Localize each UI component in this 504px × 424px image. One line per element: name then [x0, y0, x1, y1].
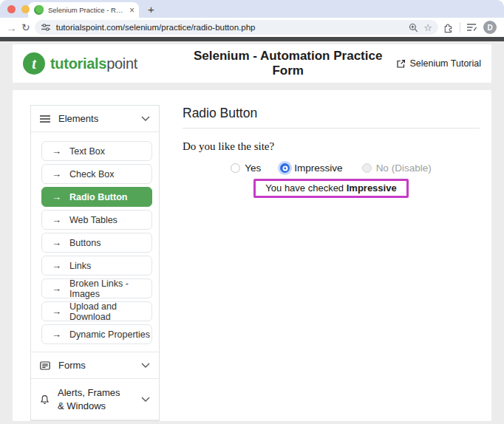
extensions-icon[interactable]: [443, 22, 454, 33]
sidebar-item-check-box[interactable]: →Check Box: [41, 164, 152, 184]
result-message-row: You have checked Impressive: [183, 179, 480, 198]
radio-group: Yes Impressive No (Disable): [183, 163, 480, 174]
chevron-down-icon: [141, 397, 150, 402]
browser-tab[interactable]: t Selenium Practice - Radio Bu ×: [28, 2, 139, 18]
traffic-lights: [7, 5, 44, 13]
sidebar: Elements →Text Box →Check Box →Radio But…: [30, 105, 160, 421]
sidebar-item-buttons[interactable]: →Buttons: [41, 233, 152, 253]
side-panel-icon[interactable]: [466, 23, 477, 32]
bookmark-star-icon[interactable]: ☆: [423, 23, 432, 33]
sidebar-item-links[interactable]: →Links: [41, 256, 152, 276]
forward-icon[interactable]: →: [6, 22, 17, 33]
hamburger-icon: [40, 114, 50, 123]
browser-toolbar: → ↻ tutorialspoint.com/selenium/practice…: [0, 18, 504, 37]
sidebar-section-forms[interactable]: Forms: [31, 352, 159, 378]
arrow-right-icon: →: [52, 260, 61, 271]
site-header: t tutorialspoint Selenium - Automation P…: [13, 44, 491, 83]
arrow-right-icon: →: [52, 191, 61, 202]
radio-option-impressive[interactable]: Impressive: [280, 163, 342, 174]
minimize-window-button[interactable]: [21, 5, 30, 13]
content-heading: Radio Button: [183, 106, 480, 121]
sidebar-item-radio-button[interactable]: →Radio Button: [41, 187, 152, 207]
selenium-tutorial-label: Selenium Tutorial: [409, 58, 481, 69]
arrow-right-icon: →: [52, 168, 61, 179]
web-page: t tutorialspoint Selenium - Automation P…: [0, 41, 504, 421]
toolbar-right: D: [443, 21, 498, 34]
profile-avatar[interactable]: D: [483, 21, 497, 34]
main-panel: Elements →Text Box →Check Box →Radio But…: [13, 90, 491, 421]
arrow-right-icon: →: [52, 214, 61, 225]
bell-icon: [40, 394, 50, 405]
sidebar-item-upload-download[interactable]: →Upload and Download: [41, 301, 152, 321]
sidebar-item-dynamic-properties[interactable]: →Dynamic Properties: [41, 324, 152, 344]
radio-label-impressive: Impressive: [294, 163, 342, 174]
sidebar-item-label: Text Box: [69, 146, 105, 157]
radio-question: Do you like the site?: [183, 140, 480, 153]
close-window-button[interactable]: [7, 5, 16, 13]
result-message-prefix: You have checked: [265, 182, 346, 194]
arrow-right-icon: →: [52, 146, 61, 157]
radio-label-no: No (Disable): [376, 163, 432, 174]
heading-divider: [183, 128, 480, 129]
arrow-right-icon: →: [52, 237, 61, 248]
sidebar-item-label: Links: [69, 261, 91, 271]
toolbar-separator: [460, 22, 460, 33]
external-link-icon: [396, 59, 406, 69]
tab-close-icon[interactable]: ×: [129, 6, 134, 15]
zoom-icon[interactable]: [409, 23, 418, 33]
section-label-alerts: Alerts, Frames & Windows: [58, 386, 129, 412]
radio-option-yes[interactable]: Yes: [231, 163, 261, 174]
address-bar[interactable]: tutorialspoint.com/selenium/practice/rad…: [35, 20, 438, 35]
arrow-right-icon: →: [52, 283, 61, 294]
fullscreen-window-button[interactable]: [35, 5, 44, 13]
reload-icon[interactable]: ↻: [21, 22, 30, 33]
section-label-forms: Forms: [58, 360, 86, 371]
form-icon: [40, 361, 50, 370]
selenium-tutorial-link[interactable]: Selenium Tutorial: [396, 58, 481, 69]
tutorialspoint-logo[interactable]: t tutorialspoint: [23, 52, 180, 75]
result-message-annotation-box: You have checked Impressive: [253, 179, 408, 198]
logo-text-bold: tutorials: [50, 55, 106, 72]
sidebar-item-label: Radio Button: [69, 192, 127, 202]
arrow-right-icon: →: [52, 329, 61, 340]
radio-impressive-checked[interactable]: [280, 163, 290, 173]
section-label-elements: Elements: [58, 113, 98, 124]
sidebar-section-elements[interactable]: Elements: [31, 106, 159, 132]
radio-option-no-disabled: No (Disable): [362, 163, 432, 174]
sidebar-section-alerts[interactable]: Alerts, Frames & Windows: [31, 378, 159, 420]
sidebar-item-web-tables[interactable]: →Web Tables: [41, 210, 152, 230]
chevron-down-icon: [141, 116, 150, 121]
radio-no-disabled: [362, 163, 372, 173]
sidebar-divider: [31, 420, 159, 420]
logo-text-light: point: [106, 55, 137, 72]
chevron-down-icon: [141, 363, 150, 368]
site-settings-icon[interactable]: [41, 24, 51, 31]
sidebar-item-text-box[interactable]: →Text Box: [41, 141, 152, 161]
tab-strip: t Selenium Practice - Radio Bu × +: [0, 0, 504, 18]
url-text[interactable]: tutorialspoint.com/selenium/practice/rad…: [56, 23, 404, 32]
elements-menu: →Text Box →Check Box →Radio Button →Web …: [31, 132, 159, 352]
new-tab-button[interactable]: +: [148, 3, 154, 16]
sidebar-item-label: Dynamic Properties: [69, 329, 150, 340]
browser-window: t Selenium Practice - Radio Bu × + → ↻ t…: [0, 0, 504, 424]
sidebar-item-broken-links[interactable]: →Broken Links - Images: [41, 278, 152, 298]
sidebar-item-label: Web Tables: [69, 215, 118, 225]
sidebar-item-label: Buttons: [69, 238, 101, 248]
sidebar-item-label: Check Box: [69, 169, 114, 179]
radio-label-yes: Yes: [245, 163, 261, 174]
page-title: Selenium - Automation Practice Form: [180, 49, 396, 78]
tutorialspoint-logo-icon: t: [23, 52, 45, 75]
sidebar-item-label: Upload and Download: [69, 301, 151, 322]
content-area: Radio Button Do you like the site? Yes I…: [160, 90, 491, 421]
radio-yes-unchecked[interactable]: [231, 163, 240, 173]
arrow-right-icon: →: [52, 306, 61, 317]
result-message-value: Impressive: [347, 182, 397, 194]
sidebar-item-label: Broken Links - Images: [69, 278, 151, 299]
tab-title: Selenium Practice - Radio Bu: [48, 6, 125, 14]
